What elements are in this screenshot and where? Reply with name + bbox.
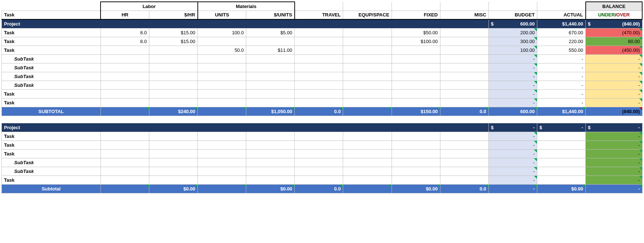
balance-cell[interactable]: - <box>586 167 642 176</box>
fixed-cell[interactable] <box>392 72 440 81</box>
balance-cell[interactable]: 80.00 <box>586 37 642 46</box>
balance-cell[interactable]: - <box>586 132 642 140</box>
misc-cell[interactable] <box>440 98 488 107</box>
budget-cell[interactable]: - <box>488 98 537 107</box>
project-header-row[interactable]: Project $600.00 $1,440.00 $(840.00) <box>2 19 643 28</box>
hr-cell[interactable] <box>101 167 149 176</box>
units-cell[interactable] <box>198 140 246 149</box>
fixed-cell[interactable]: $100.00 <box>392 37 440 46</box>
perunits-cell[interactable] <box>246 176 295 184</box>
budget-cell[interactable]: - <box>488 63 537 72</box>
perunits-cell[interactable] <box>246 158 295 167</box>
perunits-cell[interactable] <box>246 54 295 63</box>
balance-cell[interactable]: - <box>586 72 642 81</box>
task-name-cell[interactable]: Task <box>2 149 101 158</box>
task-name-cell[interactable]: Task <box>2 89 101 98</box>
units-cell[interactable] <box>198 149 246 158</box>
task-name-cell[interactable]: SubTask <box>2 167 101 176</box>
fixed-cell[interactable] <box>392 176 440 184</box>
actual-cell[interactable] <box>537 132 585 140</box>
misc-cell[interactable] <box>440 140 488 149</box>
perhr-cell[interactable] <box>149 149 197 158</box>
table-row[interactable]: Task-- <box>2 176 643 184</box>
misc-cell[interactable] <box>440 89 488 98</box>
equp-cell[interactable] <box>343 54 392 63</box>
table-row[interactable]: Task-- <box>2 140 643 149</box>
equp-cell[interactable] <box>343 46 392 54</box>
hr-cell[interactable]: 8.0 <box>101 28 149 37</box>
task-name-cell[interactable]: Task <box>2 46 101 54</box>
budget-cell[interactable]: - <box>488 89 537 98</box>
hr-cell[interactable] <box>101 46 149 54</box>
actual-cell[interactable]: 550.00 <box>537 46 585 54</box>
units-cell[interactable] <box>198 167 246 176</box>
units-cell[interactable] <box>198 63 246 72</box>
budget-cell[interactable]: 300.00 <box>488 37 537 46</box>
perunits-cell[interactable] <box>246 98 295 107</box>
actual-cell[interactable] <box>537 167 585 176</box>
equp-cell[interactable] <box>343 63 392 72</box>
table-row[interactable]: Task8.0$15.00$100.00300.00220.0080.00 <box>2 37 643 46</box>
balance-cell[interactable]: - <box>586 63 642 72</box>
fixed-cell[interactable] <box>392 81 440 89</box>
hr-cell[interactable] <box>101 72 149 81</box>
table-row[interactable]: Task50.0$11.00100.00550.00(450.00) <box>2 46 643 54</box>
travel-cell[interactable] <box>295 98 343 107</box>
travel-cell[interactable] <box>295 89 343 98</box>
fixed-cell[interactable] <box>392 98 440 107</box>
hr-cell[interactable] <box>101 158 149 167</box>
misc-cell[interactable] <box>440 54 488 63</box>
project-title[interactable]: Project <box>2 19 489 28</box>
fixed-cell[interactable] <box>392 167 440 176</box>
actual-cell[interactable]: - <box>537 72 585 81</box>
equp-cell[interactable] <box>343 81 392 89</box>
project-header-row[interactable]: Project $- $- $- <box>2 123 643 132</box>
task-name-cell[interactable]: Task <box>2 132 101 140</box>
balance-cell[interactable]: - <box>586 176 642 184</box>
travel-cell[interactable] <box>295 37 343 46</box>
hr-cell[interactable]: 8.0 <box>101 37 149 46</box>
perunits-cell[interactable] <box>246 72 295 81</box>
perunits-cell[interactable] <box>246 89 295 98</box>
travel-cell[interactable] <box>295 54 343 63</box>
perhr-cell[interactable] <box>149 54 197 63</box>
task-name-cell[interactable]: SubTask <box>2 81 101 89</box>
actual-cell[interactable]: - <box>537 63 585 72</box>
fixed-cell[interactable] <box>392 132 440 140</box>
table-row[interactable]: Task-- <box>2 149 643 158</box>
misc-cell[interactable] <box>440 81 488 89</box>
misc-cell[interactable] <box>440 28 488 37</box>
units-cell[interactable] <box>198 98 246 107</box>
equp-cell[interactable] <box>343 98 392 107</box>
perhr-cell[interactable] <box>149 81 197 89</box>
units-cell[interactable] <box>198 72 246 81</box>
task-name-cell[interactable]: SubTask <box>2 63 101 72</box>
hr-cell[interactable] <box>101 89 149 98</box>
actual-cell[interactable]: - <box>537 89 585 98</box>
table-row[interactable]: SubTask--- <box>2 54 643 63</box>
budget-cell[interactable]: - <box>488 158 537 167</box>
task-name-cell[interactable]: Task <box>2 98 101 107</box>
misc-cell[interactable] <box>440 158 488 167</box>
hr-cell[interactable] <box>101 54 149 63</box>
task-name-cell[interactable]: Task <box>2 140 101 149</box>
balance-cell[interactable]: - <box>586 98 642 107</box>
budget-cell[interactable]: - <box>488 72 537 81</box>
actual-cell[interactable] <box>537 140 585 149</box>
misc-cell[interactable] <box>440 149 488 158</box>
travel-cell[interactable] <box>295 149 343 158</box>
perhr-cell[interactable] <box>149 176 197 184</box>
perhr-cell[interactable] <box>149 132 197 140</box>
hr-cell[interactable] <box>101 176 149 184</box>
budget-cell[interactable]: 100.00 <box>488 46 537 54</box>
perunits-cell[interactable] <box>246 63 295 72</box>
units-cell[interactable]: 50.0 <box>198 46 246 54</box>
perhr-cell[interactable] <box>149 167 197 176</box>
equp-cell[interactable] <box>343 158 392 167</box>
balance-cell[interactable]: - <box>586 158 642 167</box>
budget-cell[interactable]: 200.00 <box>488 28 537 37</box>
budget-cell[interactable]: - <box>488 176 537 184</box>
perhr-cell[interactable] <box>149 98 197 107</box>
balance-cell[interactable]: - <box>586 149 642 158</box>
misc-cell[interactable] <box>440 176 488 184</box>
